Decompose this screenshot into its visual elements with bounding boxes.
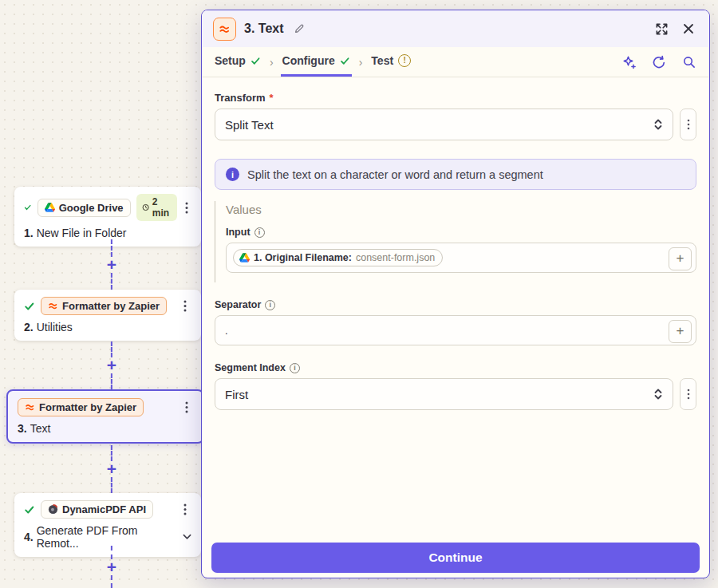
panel-header: 3. Text bbox=[202, 10, 709, 47]
pencil-icon bbox=[294, 23, 305, 34]
clock-icon bbox=[142, 203, 149, 212]
close-panel-button[interactable] bbox=[679, 19, 698, 38]
add-step-button[interactable]: + bbox=[107, 257, 116, 273]
step-card-3-selected[interactable]: Formatter by Zapier 3. Text bbox=[6, 389, 204, 444]
step-tab-bar: Setup › Configure › Test ! bbox=[202, 47, 709, 77]
check-icon bbox=[24, 301, 35, 312]
tab-separator-chevron: › bbox=[270, 47, 274, 77]
formatter-waves-icon bbox=[25, 402, 35, 412]
app-pill-dynamicpdf[interactable]: DynamicPDF API bbox=[41, 500, 153, 519]
values-heading: Values bbox=[226, 203, 696, 216]
panel-title: 3. Text bbox=[244, 22, 284, 36]
continue-button[interactable]: Continue bbox=[211, 543, 700, 573]
step-menu-button[interactable] bbox=[180, 400, 193, 416]
expand-icon bbox=[655, 22, 669, 36]
separator-label: Separator i bbox=[215, 299, 696, 310]
app-pill-label: Formatter by Zapier bbox=[62, 300, 160, 312]
step-config-panel: 3. Text Setup › Configure › Test ! bbox=[201, 10, 710, 578]
app-pill-label: DynamicPDF API bbox=[62, 503, 146, 515]
tab-separator-chevron: › bbox=[359, 47, 363, 77]
transform-select-value: Split Text bbox=[225, 118, 274, 132]
configure-form: Transform * Split Text i Split the text … bbox=[202, 77, 709, 578]
delay-badge-label: 2 min bbox=[152, 196, 172, 219]
transform-description-box: i Split the text on a character or word … bbox=[215, 159, 696, 190]
collapse-chevron-icon[interactable] bbox=[183, 534, 191, 540]
step-menu-button[interactable] bbox=[179, 502, 191, 518]
segment-field-menu-button[interactable] bbox=[680, 378, 696, 410]
step-title[interactable]: 3. Text bbox=[18, 422, 193, 435]
transform-description: Split the text on a character or word an… bbox=[247, 168, 543, 181]
app-pill-formatter[interactable]: Formatter by Zapier bbox=[41, 297, 167, 315]
step-menu-button[interactable] bbox=[179, 298, 191, 314]
step-card-1[interactable]: Google Drive 2 min 1. New File in Folder bbox=[14, 187, 201, 247]
kebab-icon bbox=[687, 389, 690, 400]
app-pill-label: Formatter by Zapier bbox=[39, 401, 136, 413]
chevron-up-down-icon bbox=[653, 118, 663, 131]
app-pill-google-drive[interactable]: Google Drive bbox=[37, 199, 131, 217]
check-icon bbox=[24, 202, 32, 213]
formatter-app-icon bbox=[213, 18, 236, 41]
token-field-value: consent-form.json bbox=[356, 252, 435, 263]
info-icon: i bbox=[254, 227, 265, 238]
tab-test[interactable]: Test ! bbox=[369, 47, 412, 77]
tab-configure[interactable]: Configure bbox=[281, 47, 352, 77]
transform-label: Transform * bbox=[215, 92, 696, 104]
separator-field[interactable]: . + bbox=[215, 315, 696, 345]
step-title[interactable]: 1. New File in Folder bbox=[24, 227, 191, 239]
app-pill-label: Google Drive bbox=[59, 202, 124, 214]
sparkle-icon bbox=[622, 55, 637, 69]
connector-1-2: + bbox=[107, 239, 116, 290]
check-icon bbox=[24, 504, 35, 515]
connector-2-3: + bbox=[107, 341, 116, 389]
input-label: Input i bbox=[226, 227, 696, 238]
google-drive-icon bbox=[239, 253, 250, 262]
connector-4-end: + bbox=[107, 546, 116, 588]
search-icon bbox=[682, 55, 696, 69]
app-pill-formatter[interactable]: Formatter by Zapier bbox=[18, 398, 144, 416]
step-card-2[interactable]: Formatter by Zapier 2. Utilities bbox=[14, 290, 201, 341]
transform-field-menu-button[interactable] bbox=[680, 109, 696, 140]
ai-copilot-button[interactable] bbox=[620, 53, 639, 72]
segment-index-value: First bbox=[225, 388, 248, 401]
close-icon bbox=[683, 23, 694, 34]
delay-badge: 2 min bbox=[136, 194, 177, 221]
step-menu-button[interactable] bbox=[183, 199, 191, 215]
kebab-icon bbox=[687, 119, 690, 130]
refresh-icon bbox=[652, 55, 666, 69]
separator-value: . bbox=[222, 325, 228, 337]
input-field[interactable]: 1. Original Filename: consent-form.json … bbox=[226, 243, 696, 273]
check-icon bbox=[340, 56, 350, 66]
segment-index-label: Segment Index i bbox=[215, 362, 696, 373]
expand-panel-button[interactable] bbox=[652, 19, 671, 38]
mapped-field-token[interactable]: 1. Original Filename: consent-form.json bbox=[233, 249, 443, 266]
required-asterisk: * bbox=[270, 92, 274, 104]
add-step-button[interactable]: + bbox=[107, 559, 116, 575]
tab-setup[interactable]: Setup bbox=[213, 47, 262, 77]
insert-data-button[interactable]: + bbox=[669, 320, 692, 343]
connector-3-4: + bbox=[107, 445, 116, 493]
warning-icon: ! bbox=[398, 54, 411, 67]
insert-data-button[interactable]: + bbox=[669, 247, 692, 270]
add-step-button[interactable]: + bbox=[107, 461, 116, 477]
segment-index-select[interactable]: First bbox=[215, 378, 673, 410]
transform-select[interactable]: Split Text bbox=[215, 109, 673, 140]
check-icon bbox=[251, 56, 261, 66]
step-title[interactable]: 2. Utilities bbox=[24, 321, 191, 333]
info-icon: i bbox=[290, 363, 300, 373]
search-button[interactable] bbox=[679, 53, 698, 72]
values-section: Values Input i 1. Original Filename: con… bbox=[215, 201, 696, 282]
refresh-button[interactable] bbox=[649, 53, 669, 72]
token-field-name: 1. Original Filename: bbox=[254, 252, 352, 263]
google-drive-icon bbox=[45, 203, 55, 212]
dynamicpdf-icon bbox=[48, 504, 58, 515]
info-icon: i bbox=[265, 300, 275, 310]
chevron-up-down-icon bbox=[653, 388, 663, 401]
add-step-button[interactable]: + bbox=[107, 357, 116, 373]
formatter-waves-icon bbox=[48, 301, 58, 311]
info-icon: i bbox=[226, 168, 239, 181]
rename-step-button[interactable] bbox=[292, 19, 306, 38]
